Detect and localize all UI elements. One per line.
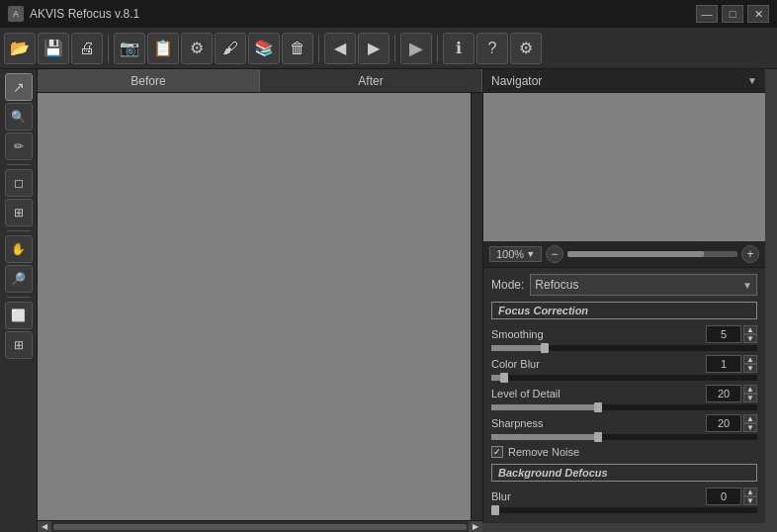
zoom-plus-button[interactable]: + xyxy=(741,245,759,263)
select-tool[interactable]: ↗ xyxy=(5,73,33,101)
blur-down[interactable]: ▼ xyxy=(743,496,757,505)
zoom-slider-fill xyxy=(567,251,704,257)
level-of-detail-slider-thumb[interactable] xyxy=(594,402,602,412)
after-tab[interactable]: After xyxy=(260,69,482,92)
right-panel-container: Navigator ▼ 100% ▼ − + Mode: xyxy=(482,69,777,532)
layers-icon[interactable]: 📚 xyxy=(248,33,280,64)
forward-icon[interactable]: ▶ xyxy=(358,33,389,64)
mode-select[interactable]: Refocus ▼ xyxy=(530,274,757,296)
mode-dropdown-icon: ▼ xyxy=(742,280,752,291)
minimize-button[interactable]: — xyxy=(696,5,718,23)
before-tab[interactable]: Before xyxy=(38,69,260,92)
sharpness-slider-thumb[interactable] xyxy=(594,432,602,442)
blur-row: Blur 0 ▲ ▼ xyxy=(491,488,757,513)
navigator-header: Navigator ▼ xyxy=(483,69,765,93)
title-bar: A AKVIS Refocus v.8.1 — □ ✕ xyxy=(0,0,777,28)
settings-cog-icon[interactable]: ⚙ xyxy=(181,33,213,64)
navigator-zoom: 100% ▼ − + xyxy=(483,241,765,268)
erase-icon[interactable]: 🗑 xyxy=(282,33,313,64)
magnify-tool[interactable]: 🔎 xyxy=(5,265,33,293)
smoothing-slider-fill xyxy=(491,345,545,351)
smoothing-label: Smoothing xyxy=(491,328,544,340)
level-of-detail-spinner: ▲ ▼ xyxy=(743,385,757,402)
sharpness-up[interactable]: ▲ xyxy=(743,414,757,423)
level-of-detail-label: Level of Detail xyxy=(491,388,561,399)
camera-icon[interactable]: 📷 xyxy=(114,33,145,64)
blur-value-box: 0 ▲ ▼ xyxy=(706,488,757,505)
blur-label: Blur xyxy=(491,490,511,502)
back-icon[interactable]: ◀ xyxy=(324,33,356,64)
zoom-minus-button[interactable]: − xyxy=(546,245,563,263)
rect-tool[interactable]: ⬜ xyxy=(5,302,33,329)
pencil-tool[interactable]: ✏ xyxy=(5,133,33,160)
zoom-dropdown-icon[interactable]: ▼ xyxy=(526,249,535,259)
toolbar: 📂 💾 🖨 📷 📋 ⚙ 🖌 📚 🗑 ◀ ▶ ▶ ℹ ? ⚙ xyxy=(0,28,777,69)
color-blur-slider[interactable] xyxy=(491,375,757,381)
blur-slider[interactable] xyxy=(491,507,757,513)
scroll-right-icon[interactable]: ▶ xyxy=(469,521,482,533)
remove-noise-checkbox[interactable]: ✓ xyxy=(491,446,503,458)
crop-tool[interactable]: ⊞ xyxy=(5,199,33,226)
help-icon[interactable]: ? xyxy=(476,33,508,64)
hand-tool[interactable]: ✋ xyxy=(5,235,33,263)
level-of-detail-value[interactable]: 20 xyxy=(706,385,741,402)
smoothing-value-box: 5 ▲ ▼ xyxy=(706,325,757,343)
canvas-scrollbar-right[interactable] xyxy=(471,93,482,532)
info-icon[interactable]: ℹ xyxy=(443,33,475,64)
color-blur-label-row: Color Blur 1 ▲ ▼ xyxy=(491,355,757,373)
maximize-button[interactable]: □ xyxy=(722,5,743,23)
save-icon[interactable]: 💾 xyxy=(38,33,69,64)
blur-value[interactable]: 0 xyxy=(706,488,741,505)
canvas-scrollbar-bottom[interactable]: ◀ ▶ xyxy=(38,520,482,532)
zoom-tool[interactable]: 🔍 xyxy=(5,103,33,131)
play-icon[interactable]: ▶ xyxy=(400,33,432,64)
blur-slider-thumb[interactable] xyxy=(491,505,499,515)
level-of-detail-slider[interactable] xyxy=(491,404,757,410)
color-blur-up[interactable]: ▲ xyxy=(743,355,757,364)
sharpness-down[interactable]: ▼ xyxy=(743,423,757,432)
options-icon[interactable]: ⚙ xyxy=(510,33,542,64)
zoom-slider[interactable] xyxy=(567,251,737,257)
mode-row: Mode: Refocus ▼ xyxy=(491,274,757,296)
smoothing-spinner: ▲ ▼ xyxy=(743,325,757,343)
sidebar-sep-3 xyxy=(7,297,31,298)
sharpness-slider[interactable] xyxy=(491,434,757,440)
toolbar-separator-1 xyxy=(108,35,109,62)
navigator-dropdown-icon[interactable]: ▼ xyxy=(747,75,757,86)
color-blur-value[interactable]: 1 xyxy=(706,355,741,373)
close-button[interactable]: ✕ xyxy=(747,5,769,23)
scroll-track[interactable] xyxy=(53,524,467,530)
canvas-content[interactable]: ◀ ▶ xyxy=(38,93,482,532)
sharpness-value-box: 20 ▲ ▼ xyxy=(706,414,757,432)
zoom-value: 100% xyxy=(496,248,524,260)
toolbar-separator-3 xyxy=(394,35,395,62)
title-controls: — □ ✕ xyxy=(696,5,769,23)
brush-icon[interactable]: 🖌 xyxy=(215,33,246,64)
eraser-tool[interactable]: ◻ xyxy=(5,169,33,197)
copy-icon[interactable]: 📋 xyxy=(147,33,179,64)
level-of-detail-down[interactable]: ▼ xyxy=(743,394,757,402)
smoothing-slider[interactable] xyxy=(491,345,757,351)
blur-up[interactable]: ▲ xyxy=(743,488,757,496)
open-icon[interactable]: 📂 xyxy=(4,33,36,64)
print-icon[interactable]: 🖨 xyxy=(71,33,103,64)
sharpness-value[interactable]: 20 xyxy=(706,414,741,432)
level-of-detail-row: Level of Detail 20 ▲ ▼ xyxy=(491,385,757,410)
smoothing-value[interactable]: 5 xyxy=(706,325,741,343)
color-blur-slider-thumb[interactable] xyxy=(500,373,508,383)
level-of-detail-up[interactable]: ▲ xyxy=(743,385,757,394)
scroll-left-icon[interactable]: ◀ xyxy=(38,521,51,533)
level-of-detail-label-row: Level of Detail 20 ▲ ▼ xyxy=(491,385,757,402)
smoothing-up[interactable]: ▲ xyxy=(743,325,757,334)
smoothing-row: Smoothing 5 ▲ ▼ xyxy=(491,325,757,351)
zoom-display[interactable]: 100% ▼ xyxy=(489,246,542,262)
smoothing-slider-thumb[interactable] xyxy=(541,343,549,353)
color-blur-down[interactable]: ▼ xyxy=(743,364,757,373)
navigator-title: Navigator xyxy=(491,74,542,88)
sharpness-slider-fill xyxy=(491,434,598,440)
focus-correction-title: Focus Correction xyxy=(498,305,588,316)
grid-tool[interactable]: ⊞ xyxy=(5,331,33,359)
smoothing-down[interactable]: ▼ xyxy=(743,334,757,343)
color-blur-label: Color Blur xyxy=(491,358,540,370)
color-blur-value-box: 1 ▲ ▼ xyxy=(706,355,757,373)
